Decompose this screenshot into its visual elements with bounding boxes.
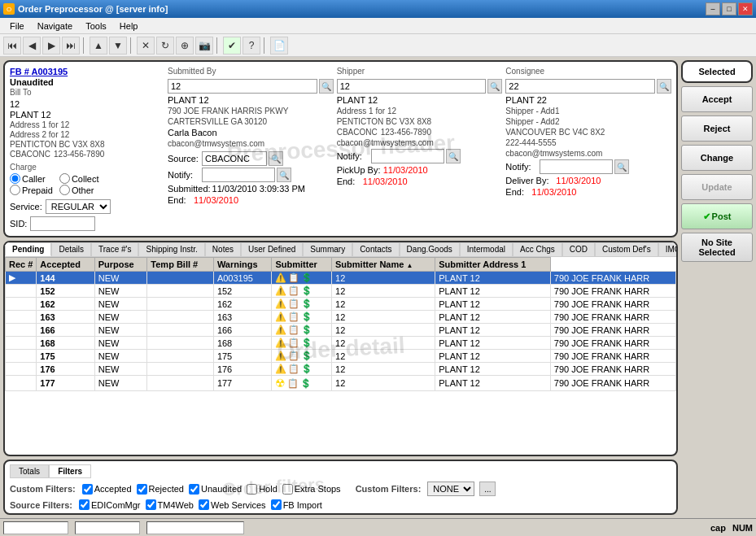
no-site-button[interactable]: No Site Selected: [681, 233, 753, 262]
table-row[interactable]: 177NEW177☢📋💲12PLANT 12790 JOE FRANK HARR: [6, 376, 676, 391]
filter-hold[interactable]: Hold: [247, 484, 277, 495]
table-row[interactable]: 162NEW162⚠️📋💲12PLANT 12790 JOE FRANK HAR…: [6, 298, 676, 311]
tab-imc[interactable]: IMC: [658, 242, 676, 256]
service-select[interactable]: REGULAR: [46, 199, 111, 214]
tab-cod[interactable]: COD: [562, 242, 595, 256]
table-row[interactable]: 176NEW176⚠️📋💲12PLANT 12790 JOE FRANK HAR…: [6, 363, 676, 376]
charge-caller[interactable]: Caller: [10, 173, 53, 184]
tab-summary[interactable]: Summary: [303, 242, 352, 256]
col-purpose[interactable]: Purpose: [94, 258, 147, 272]
delete-btn[interactable]: ✕: [137, 37, 155, 54]
menu-navigate[interactable]: Navigate: [31, 20, 79, 32]
col-accepted[interactable]: Accepted: [37, 258, 94, 272]
filter-tab-totals[interactable]: Totals: [10, 464, 49, 478]
source-input[interactable]: [202, 151, 267, 166]
source-lookup[interactable]: 🔍: [269, 151, 283, 166]
table-row[interactable]: ▶144NEWA003195⚠️📋💲12PLANT 12790 JOE FRAN…: [6, 272, 676, 285]
col-submitter-name[interactable]: Submitter Name ▲: [332, 258, 435, 272]
col-submitter[interactable]: Submitter: [272, 258, 332, 272]
tab-intermodal[interactable]: Intermodal: [460, 242, 513, 256]
tab-custom-defs[interactable]: Custom Def's: [595, 242, 658, 256]
menu-tools[interactable]: Tools: [79, 20, 113, 32]
source-web-services-checkbox[interactable]: [199, 499, 209, 510]
update-button[interactable]: Update: [681, 174, 753, 200]
menu-help[interactable]: Help: [113, 20, 145, 32]
custom-filters-btn[interactable]: ...: [479, 482, 496, 496]
tab-contacts[interactable]: Contacts: [352, 242, 399, 256]
table-row[interactable]: 166NEW166⚠️📋💲12PLANT 12790 JOE FRANK HAR…: [6, 324, 676, 337]
down-btn[interactable]: ▼: [109, 37, 127, 54]
filter-rejected-checkbox[interactable]: [137, 484, 147, 495]
menu-file[interactable]: File: [3, 20, 31, 32]
tab-pending[interactable]: Pending: [5, 242, 51, 256]
filter-accepted[interactable]: Accepted: [82, 484, 132, 495]
filter-hold-checkbox[interactable]: [247, 484, 257, 495]
charge-prepaid-radio[interactable]: [10, 185, 20, 195]
custom-filters-select[interactable]: NONE: [427, 482, 474, 496]
up-btn[interactable]: ▲: [90, 37, 107, 54]
notify-input-consignee[interactable]: [540, 159, 613, 174]
submitted-by-input[interactable]: [168, 79, 317, 94]
sid-input[interactable]: [30, 216, 95, 231]
shipper-input[interactable]: [337, 79, 487, 94]
photo-btn[interactable]: 📷: [195, 37, 213, 54]
submitted-by-lookup[interactable]: 🔍: [319, 79, 334, 94]
charge-prepaid[interactable]: Prepaid: [10, 185, 53, 195]
tab-trace[interactable]: Trace #'s: [91, 242, 138, 256]
table-row[interactable]: 163NEW163⚠️📋💲12PLANT 12790 JOE FRANK HAR…: [6, 311, 676, 324]
last-btn[interactable]: ⏭: [62, 37, 80, 54]
print-btn[interactable]: 📄: [270, 37, 288, 54]
refresh-btn[interactable]: ↻: [156, 37, 174, 54]
change-button[interactable]: Change: [681, 145, 753, 171]
filter-extra-stops[interactable]: Extra Stops: [282, 484, 341, 495]
reject-button[interactable]: Reject: [681, 115, 753, 142]
help-btn[interactable]: ?: [243, 37, 260, 54]
notify-input-submitted[interactable]: [202, 168, 275, 182]
col-submitter-addr[interactable]: Submitter Address 1: [435, 258, 551, 272]
check-btn[interactable]: ✔: [223, 37, 241, 54]
first-btn[interactable]: ⏮: [3, 37, 21, 54]
filter-tab-filters[interactable]: Filters: [49, 464, 91, 478]
notify-lookup-shipper[interactable]: 🔍: [446, 149, 461, 163]
source-edi[interactable]: EDIComMgr: [79, 499, 141, 510]
filter-extra-stops-checkbox[interactable]: [282, 484, 293, 495]
tab-details[interactable]: Details: [51, 242, 91, 256]
notify-input-shipper[interactable]: [371, 149, 444, 163]
col-temp-bill[interactable]: Temp Bill #: [147, 258, 214, 272]
tab-shipping[interactable]: Shipping Instr.: [138, 242, 204, 256]
filter-unaudited[interactable]: Unaudited: [189, 484, 242, 495]
source-edi-checkbox[interactable]: [79, 499, 90, 510]
next-btn[interactable]: ▶: [42, 37, 60, 54]
charge-collect[interactable]: Collect: [59, 173, 99, 184]
tab-acc-chgs[interactable]: Acc Chgs: [513, 242, 562, 256]
filter-rejected[interactable]: Rejected: [137, 484, 184, 495]
minimize-button[interactable]: –: [706, 2, 720, 15]
table-row[interactable]: 152NEW152⚠️📋💲12PLANT 12790 JOE FRANK HAR…: [6, 285, 676, 298]
tab-notes[interactable]: Notes: [205, 242, 241, 256]
table-row[interactable]: 175NEW175⚠️📋💲12PLANT 12790 JOE FRANK HAR…: [6, 350, 676, 363]
accept-button[interactable]: Accept: [681, 86, 753, 112]
charge-collect-radio[interactable]: [59, 173, 70, 184]
notify-lookup-submitted[interactable]: 🔍: [277, 168, 291, 182]
col-rec[interactable]: Rec #: [6, 258, 37, 272]
close-button[interactable]: ✕: [738, 2, 753, 15]
source-tm4web-checkbox[interactable]: [146, 499, 156, 510]
filter-unaudited-checkbox[interactable]: [189, 484, 199, 495]
charge-caller-radio[interactable]: [10, 173, 20, 184]
bill-to-id[interactable]: FB # A003195: [10, 67, 164, 76]
tab-user-defined[interactable]: User Defined: [241, 242, 303, 256]
shipper-lookup[interactable]: 🔍: [487, 79, 502, 94]
source-fb-import-checkbox[interactable]: [271, 499, 282, 510]
source-tm4web[interactable]: TM4Web: [146, 499, 194, 510]
charge-other-radio[interactable]: [59, 185, 70, 195]
add-btn[interactable]: ⊕: [176, 37, 194, 54]
source-fb-import[interactable]: FB Import: [271, 499, 322, 510]
table-row[interactable]: 168NEW168⚠️📋💲12PLANT 12790 JOE FRANK HAR…: [6, 337, 676, 350]
charge-other[interactable]: Other: [59, 185, 99, 195]
post-button[interactable]: ✔ Post: [681, 203, 753, 229]
tab-dang-goods[interactable]: Dang.Goods: [400, 242, 460, 256]
source-web-services[interactable]: Web Services: [199, 499, 266, 510]
consignee-lookup[interactable]: 🔍: [657, 79, 671, 94]
prev-btn[interactable]: ◀: [23, 37, 41, 54]
restore-button[interactable]: □: [722, 2, 736, 15]
